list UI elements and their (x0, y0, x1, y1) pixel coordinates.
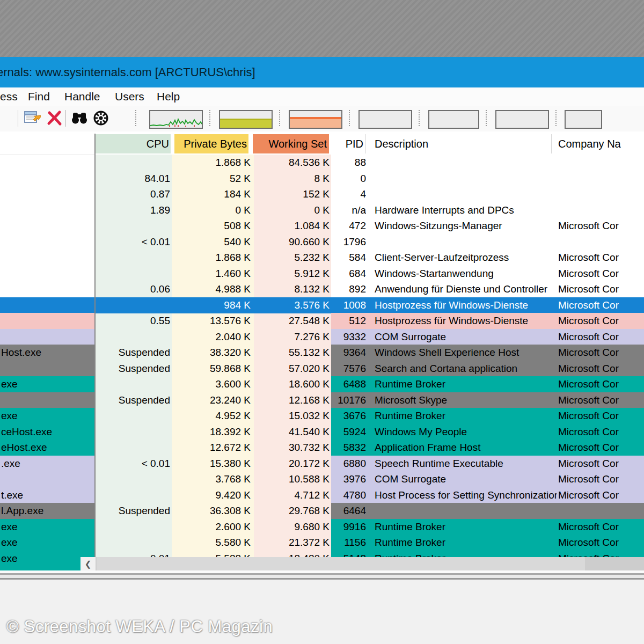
process-row[interactable]: Suspended38.320 K55.132 K9364Windows She… (96, 345, 644, 361)
process-row[interactable]: 3.768 K10.588 K3976COM SurrogateMicrosof… (96, 471, 644, 487)
process-row-name-cell[interactable] (0, 155, 96, 171)
process-row[interactable]: 12.672 K30.732 K5832Application Frame Ho… (96, 440, 644, 456)
process-row-name-cell[interactable]: exe (0, 535, 96, 551)
process-column-divider[interactable] (94, 134, 96, 557)
process-row[interactable]: Suspended23.240 K12.168 K10176Microsoft … (96, 392, 644, 408)
properties-icon[interactable] (24, 109, 41, 127)
kill-process-icon[interactable] (46, 109, 63, 127)
process-row-name-cell[interactable]: Host.exe (0, 345, 96, 361)
column-header-company[interactable]: Company Na (558, 134, 643, 153)
menu-item-users[interactable]: Users (115, 87, 144, 106)
process-row[interactable]: 9.420 K4.712 K4780Host Process for Setti… (96, 487, 644, 503)
process-row-name-cell[interactable] (0, 218, 96, 234)
process-row[interactable]: 3.600 K18.600 K6488Runtime BrokerMicroso… (96, 376, 644, 392)
toolbar-grip[interactable] (486, 110, 487, 126)
description-value: Hardware Interrupts and DPCs (375, 202, 557, 218)
column-header-private-bytes[interactable]: Private Bytes (174, 134, 248, 153)
disk-history-graph[interactable] (565, 110, 602, 129)
find-handles-binoculars-icon[interactable] (71, 109, 88, 127)
physical-memory-history-graph[interactable] (289, 110, 342, 129)
process-row-name-cell[interactable]: l.App.exe (0, 503, 96, 519)
process-row[interactable]: < 0.0115.380 K20.172 K6880Speech Runtime… (96, 456, 644, 472)
process-row[interactable]: 1.868 K84.536 K88 (96, 155, 644, 171)
process-row[interactable]: < 0.01540 K90.660 K1796 (96, 234, 644, 250)
process-row[interactable]: 1.890 K0 Kn/aHardware Interrupts and DPC… (96, 202, 644, 218)
process-row[interactable]: Suspended36.308 K29.768 K6464 (96, 503, 644, 519)
process-row-name-cell[interactable]: exe (0, 519, 96, 535)
process-row-name-cell[interactable]: ceHost.exe (0, 424, 96, 440)
menu-item-ess[interactable]: ess (0, 87, 18, 106)
process-row[interactable]: 0.064.988 K8.132 K892Anwendung für Diens… (96, 281, 644, 297)
process-row-name-cell[interactable] (0, 250, 96, 266)
cpu-value (96, 519, 170, 535)
process-row[interactable]: 1.460 K5.912 K684Windows-StartanwendungM… (96, 266, 644, 282)
company-name-value (558, 202, 643, 218)
io-history-graph[interactable] (358, 110, 412, 129)
process-row[interactable]: Suspended59.868 K57.020 K7576Search and … (96, 361, 644, 377)
process-row-name-cell[interactable]: eHost.exe (0, 440, 96, 456)
toolbar-grip[interactable] (279, 110, 280, 126)
process-row[interactable]: 5.580 K21.372 K1156Runtime BrokerMicroso… (96, 535, 644, 551)
process-row[interactable]: 508 K1.084 K472Windows-Sitzungs-ManagerM… (96, 218, 644, 234)
pid-value: 684 (331, 266, 366, 282)
toolbar-grip[interactable] (135, 110, 136, 126)
process-row-name-cell[interactable] (0, 471, 96, 487)
gpu-history-graph[interactable] (428, 110, 479, 129)
process-row-name-cell[interactable] (0, 313, 96, 329)
process-row-name-cell[interactable] (0, 234, 96, 250)
toolbar-grip[interactable] (555, 110, 557, 126)
cpu-value (96, 297, 170, 313)
process-row-name-cell[interactable] (0, 392, 96, 408)
pid-value: 584 (331, 250, 366, 266)
commit-history-graph[interactable] (219, 110, 273, 129)
process-row-name-cell[interactable] (0, 266, 96, 282)
process-row[interactable]: 984 K3.576 K1008Hostprozess für Windows-… (96, 297, 644, 313)
process-name (1, 218, 94, 234)
process-row-name-cell[interactable]: exe (0, 376, 96, 392)
scroll-left-arrow-icon[interactable]: ❮ (80, 557, 96, 570)
scrollbar-thumb[interactable] (97, 557, 585, 570)
find-window-target-icon[interactable] (92, 109, 109, 127)
process-row-name-cell[interactable]: .exe (0, 456, 96, 472)
menu-item-help[interactable]: Help (157, 87, 180, 106)
column-header-description[interactable]: Description (375, 134, 552, 153)
process-row-name-cell[interactable]: t.exe (0, 487, 96, 503)
working-set-value: 10.588 K (252, 471, 330, 487)
pid-value: n/a (331, 202, 366, 218)
process-row-name-cell[interactable] (0, 297, 96, 313)
process-row[interactable]: 2.600 K9.680 K9916Runtime BrokerMicrosof… (96, 519, 644, 535)
process-row-name-cell[interactable] (0, 202, 96, 218)
toolbar-grip[interactable] (419, 110, 420, 126)
process-row-name-cell[interactable] (0, 281, 96, 297)
private-bytes-value: 1.460 K (172, 266, 251, 282)
menu-item-handle[interactable]: Handle (64, 87, 100, 106)
process-row[interactable]: 0.5513.576 K27.548 K512Hostprozess für W… (96, 313, 644, 329)
cpu-history-graph[interactable] (149, 110, 203, 129)
process-name: exe (1, 408, 94, 424)
toolbar-grip[interactable] (349, 110, 350, 126)
process-row-name-cell[interactable] (0, 186, 96, 202)
toolbar-grip[interactable] (209, 110, 210, 126)
network-history-graph[interactable] (495, 110, 549, 129)
column-header-working-set[interactable]: Working Set (253, 134, 329, 153)
process-row-name-cell[interactable] (0, 171, 96, 187)
horizontal-scrollbar[interactable]: ❮ (80, 557, 644, 570)
cpu-value: 0.01 (96, 551, 170, 558)
menu-item-find[interactable]: Find (28, 87, 50, 106)
column-header-cpu[interactable]: CPU (96, 134, 171, 153)
process-row-name-cell[interactable] (0, 329, 96, 345)
process-row[interactable]: 0.87184 K152 K4 (96, 186, 644, 202)
process-row[interactable]: 2.040 K7.276 K9332COM SurrogateMicrosoft… (96, 329, 644, 345)
process-row[interactable]: 4.952 K15.032 K3676Runtime BrokerMicroso… (96, 408, 644, 424)
process-row-name-cell[interactable]: exe (0, 408, 96, 424)
process-row[interactable]: 18.392 K41.540 K5924Windows My PeopleMic… (96, 424, 644, 440)
process-row[interactable]: 1.868 K5.232 K584Client-Server-Laufzeitp… (96, 250, 644, 266)
process-row[interactable]: 0.015.588 K18.480 K5148Runtime BrokerMic… (96, 551, 644, 558)
process-row[interactable]: 84.0152 K8 K0 (96, 171, 644, 187)
process-name: eHost.exe (1, 440, 94, 456)
company-name-value: Microsoft Cor (558, 297, 643, 313)
process-row-name-cell[interactable] (0, 361, 96, 377)
pid-value: 5148 (331, 551, 366, 558)
column-header-pid[interactable]: PID (331, 134, 366, 153)
company-name-value: Microsoft Cor (558, 361, 643, 377)
